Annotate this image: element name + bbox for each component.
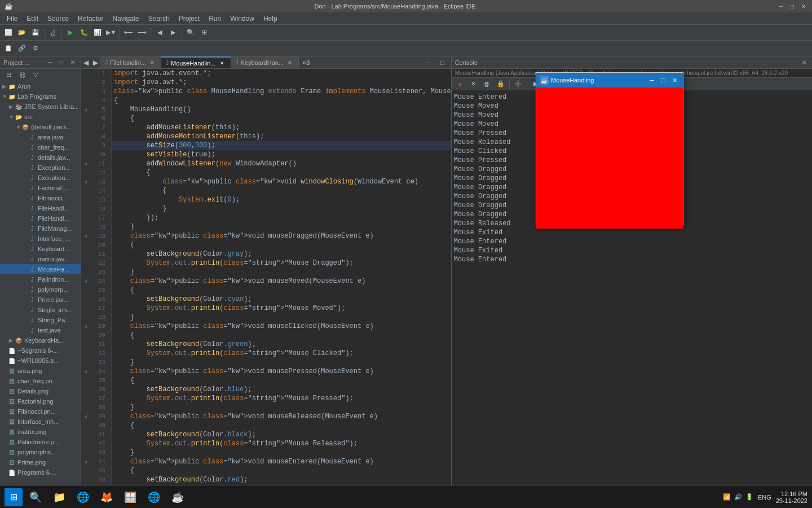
tree-item[interactable]: Jmatrix.jav... [0,254,81,264]
filter-btn[interactable]: ▽ [29,69,42,81]
tree-item[interactable]: 🖼char_freq.pn... [0,376,81,386]
fold-marker[interactable]: ◁ [81,105,89,114]
tree-item[interactable]: 📄~Sograms 6-... [0,345,81,356]
close-button[interactable]: ✕ [800,2,807,10]
start-button[interactable]: ⊞ [5,488,23,506]
tree-item[interactable]: JMouseHa... [0,264,81,274]
tree-item[interactable]: ▼📦(default pack... [0,122,81,132]
tree-item[interactable]: 🖼Factorial.png [0,396,81,406]
tree-item[interactable]: ▼📂src [0,112,81,122]
menu-navigate[interactable]: Navigate [108,14,143,24]
perspective-button[interactable]: ⊞ [198,27,210,39]
back-button[interactable]: ◀ [153,27,166,39]
tree-item[interactable]: 🖼area.png [0,366,81,376]
popup-close[interactable]: ✕ [669,75,679,85]
tree-item[interactable]: 🖼Fibinocci.pn... [0,406,81,417]
close-console-btn[interactable]: ✕ [800,58,809,67]
mousehandling-popup-window[interactable]: ☕ MouseHandling ─ □ ✕ [536,72,683,226]
close-panel-btn[interactable]: ✕ [68,58,77,67]
tree-item[interactable]: 📄Programs 6-... [0,467,81,478]
tree-item[interactable]: Jarea.java [0,132,81,142]
fold-marker[interactable]: ◁ [81,367,89,376]
toolbar2-btn3[interactable]: ⚙ [29,42,42,55]
tree-item[interactable]: 🖼Prime.png [0,457,81,467]
terminate-btn[interactable]: ■ [454,78,466,90]
tree-item[interactable]: 🖼Details.png [0,386,81,396]
tree-item[interactable]: 🖼polymorphis... [0,447,81,457]
tree-item[interactable]: JException... [0,163,81,173]
tab-overflow[interactable]: »3 [299,56,313,68]
minimize-button[interactable]: ─ [777,2,785,10]
forward-button[interactable]: ▶ [167,27,179,39]
toolbar2-btn2[interactable]: 🔗 [16,42,28,55]
menu-help[interactable]: Help [259,14,282,24]
taskbar-edge[interactable]: 🌐 [72,488,94,506]
menu-run[interactable]: Run [204,14,226,24]
maximize-editor-btn[interactable]: □ [436,56,449,69]
tab-mousehandling[interactable]: J MouseHandlin... ✕ [161,56,231,68]
new-console-btn[interactable]: ➕ [512,78,524,90]
print-button[interactable]: 🖨 [47,27,59,39]
tree-item[interactable]: Jchar_freq... [0,142,81,152]
toolbar2-btn1[interactable]: 📋 [2,42,15,55]
tree-item[interactable]: Jpolymorp... [0,284,81,295]
maximize-panel-btn[interactable]: □ [57,58,66,67]
tree-item[interactable]: 🖼Interface_Inh... [0,417,81,427]
tree-item[interactable]: JSingle_inh... [0,305,81,315]
tab-close-mousehandling[interactable]: ✕ [218,59,226,67]
tab-filehandling[interactable]: J FileHandlin... ✕ [100,56,161,68]
menu-refactor[interactable]: Refactor [73,14,108,24]
menu-window[interactable]: Window [226,14,259,24]
tree-item[interactable]: JKeyboard... [0,244,81,254]
link-editor-btn[interactable]: ⛓ [16,69,28,81]
run-button[interactable]: ▶ [64,27,77,39]
taskbar-settings[interactable]: 🪟 [120,488,141,506]
open-button[interactable]: 📂 [16,27,28,39]
fold-marker[interactable]: ◁ [81,159,89,168]
menu-file[interactable]: File [2,14,22,24]
taskbar-eclipse[interactable]: ☕ [167,488,188,506]
code-editor[interactable]: ◁◁◁◁◁◁◁◁◁ 123456789101112131415161718192… [81,69,451,490]
fold-marker[interactable]: ◁ [81,231,89,240]
next-edit-button[interactable]: ⟶ [136,27,148,39]
minimize-panel-btn[interactable]: ─ [46,58,55,67]
save-button[interactable]: 💾 [29,27,42,39]
minimize-editor-btn[interactable]: ─ [423,56,435,69]
code-content[interactable]: import java.awt.event.*;import java.awt.… [112,69,451,490]
menu-edit[interactable]: Edit [22,14,43,24]
run-ext-button[interactable]: ▶▼ [105,27,117,39]
taskbar-chrome[interactable]: 🌐 [143,488,165,506]
menu-source[interactable]: Source [43,14,73,24]
tab-scroll-left[interactable]: ◀ [81,56,91,68]
tree-item[interactable]: JInterface_... [0,234,81,244]
tree-item[interactable]: JFileHandl... [0,213,81,224]
popup-body[interactable] [536,87,683,229]
coverage-button[interactable]: 📊 [91,27,104,39]
tab-close-kb[interactable]: ✕ [286,59,294,67]
fold-marker[interactable]: ◁ [81,177,89,186]
tree-item[interactable]: 📄~WRL0005.tr... [0,356,81,366]
popup-maximize[interactable]: □ [658,75,668,85]
taskbar-fileexplorer[interactable]: 📁 [48,488,70,506]
tree-item[interactable]: JException... [0,173,81,183]
tree-item[interactable]: ▼📁Lab Programs [0,91,81,102]
tree-item[interactable]: Jtest.java [0,325,81,335]
tree-item[interactable]: 🖼Palindrome.p... [0,437,81,447]
collapse-all-btn[interactable]: ⊟ [2,69,15,81]
scroll-lock-btn[interactable]: 🔒 [495,78,507,90]
tab-close-filehandling[interactable]: ✕ [148,59,156,67]
tree-item[interactable]: JString_Pa... [0,315,81,325]
fold-marker[interactable]: ◁ [81,412,89,421]
fold-marker[interactable]: ◁ [81,457,89,466]
fold-marker[interactable]: ◁ [81,322,89,331]
tree-item[interactable]: JFileManag... [0,224,81,234]
prev-edit-button[interactable]: ⟵ [122,27,135,39]
remove-launch-btn[interactable]: ✕ [467,78,480,90]
tree-item[interactable]: Jdetails.jav... [0,152,81,163]
menu-project[interactable]: Project [174,14,204,24]
new-button[interactable]: ⬜ [2,27,15,39]
debug-button[interactable]: 🐛 [78,27,90,39]
tab-scroll-right[interactable]: ▶ [91,56,100,68]
menu-search[interactable]: Search [144,14,174,24]
taskbar-firefox[interactable]: 🦊 [96,488,117,506]
